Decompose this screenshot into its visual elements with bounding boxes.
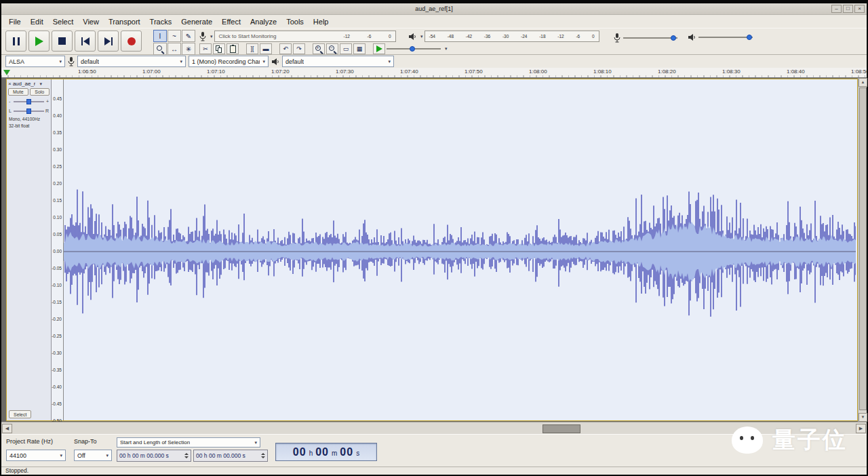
mute-button[interactable]: Mute [8, 88, 28, 96]
track-name[interactable]: aud_ae_r [13, 81, 36, 87]
minimize-icon[interactable]: – [831, 5, 842, 13]
menu-item-0[interactable]: File [4, 16, 26, 27]
play-speed-slider[interactable] [387, 45, 441, 53]
selection-tool-button[interactable]: I [153, 30, 167, 42]
slider-thumb[interactable] [747, 35, 752, 40]
project-rate-select[interactable]: 44100 [6, 450, 66, 461]
waveform[interactable] [64, 79, 856, 420]
audio-track[interactable]: × aud_ae_r Mute Solo - + L [6, 79, 858, 421]
zoom-project-button[interactable]: ▦ [353, 43, 366, 54]
play-scale-value-5: -24 [521, 34, 527, 39]
stop-button[interactable] [52, 31, 73, 52]
cut-button[interactable]: ✂ [199, 43, 212, 54]
play-at-speed-button[interactable] [373, 43, 385, 54]
snap-to-select[interactable]: Off [74, 450, 112, 461]
rec-scale-value-2: 0 [389, 34, 391, 39]
slider-thumb[interactable] [410, 46, 415, 52]
paste-icon [230, 45, 236, 53]
play-button[interactable] [28, 31, 50, 52]
ruler-value-7: 0.10 [53, 215, 62, 220]
recording-volume-slider[interactable] [614, 33, 677, 43]
paste-button[interactable] [226, 43, 239, 54]
dropdown-arrow-icon[interactable] [445, 46, 448, 52]
menu-item-6[interactable]: Generate [176, 16, 217, 27]
track-control-panel[interactable]: × aud_ae_r Mute Solo - + L [7, 79, 52, 420]
playback-volume-slider[interactable] [688, 33, 753, 41]
menu-item-10[interactable]: Help [309, 16, 334, 27]
solo-button[interactable]: Solo [30, 88, 50, 96]
dropdown-arrow-icon[interactable] [210, 34, 213, 39]
zoom-in-button[interactable]: + [313, 43, 325, 54]
scroll-up-arrow-icon[interactable]: ▲ [859, 78, 867, 87]
playback-device-select[interactable]: default [282, 56, 394, 67]
menu-item-4[interactable]: Transport [104, 16, 145, 27]
monitoring-text[interactable]: Click to Start Monitoring [219, 33, 277, 39]
skip-to-end-button[interactable] [98, 31, 119, 52]
zoom-selection-button[interactable]: ▭ [340, 43, 352, 54]
trim-audio-button[interactable]: ][ [246, 43, 258, 54]
slider-track[interactable] [623, 34, 677, 42]
menu-item-1[interactable]: Edit [26, 16, 48, 27]
menu-item-8[interactable]: Analyze [245, 16, 281, 27]
speaker-icon [271, 58, 279, 66]
selection-length-field[interactable]: 00 h 00 m 00.000 s [193, 450, 268, 462]
track-menu-arrow-icon[interactable] [39, 81, 42, 87]
horizontal-scrollbar-thumb[interactable] [542, 424, 580, 433]
audio-host-select[interactable]: ALSA [5, 56, 65, 67]
zoom-out-button[interactable]: − [326, 43, 338, 54]
slider-thumb[interactable] [671, 35, 676, 41]
timeline-label-10: 1:08:30 [722, 68, 741, 75]
envelope-tool-button[interactable]: ~ [167, 30, 181, 42]
vertical-scrollbar[interactable]: ▲ ▼ [858, 78, 867, 422]
scroll-left-arrow-icon[interactable]: ◀ [2, 424, 12, 433]
track-select-button[interactable]: Select [9, 410, 31, 418]
recording-channels-select[interactable]: 1 (Mono) Recording Channel [189, 56, 269, 67]
menu-item-7[interactable]: Effect [217, 16, 245, 27]
slider-track[interactable] [698, 33, 753, 41]
redo-button[interactable]: ↷ [293, 43, 305, 54]
draw-tool-button[interactable]: ✎ [182, 30, 195, 42]
gain-slider[interactable]: - + [9, 98, 49, 106]
pan-slider-thumb[interactable] [26, 108, 31, 114]
timeline-label-5: 1:07:40 [400, 68, 418, 75]
undo-button[interactable]: ↶ [279, 43, 292, 54]
playback-meter[interactable]: -54-48-42-36-30-24-18-12-60 [425, 31, 599, 42]
recording-meter-toolbar[interactable]: Click to Start Monitoring -12-60 [199, 31, 396, 42]
time-shift-tool-button[interactable]: ↔ [167, 43, 181, 55]
title-bar[interactable]: aud_ae_ref[1] – □ × [1, 3, 867, 15]
skip-to-start-button[interactable] [75, 31, 96, 52]
recording-meter[interactable]: Click to Start Monitoring -12-60 [214, 31, 396, 42]
selection-start-field[interactable]: 00 h 00 m 00.000 s [117, 450, 191, 462]
dropdown-arrow-icon[interactable] [420, 34, 423, 39]
spinner-icon[interactable] [261, 453, 265, 458]
pan-slider[interactable]: L R [9, 107, 49, 115]
gain-slider-thumb[interactable] [26, 99, 31, 104]
silence-audio-button[interactable]: ▬ [260, 43, 272, 54]
audio-position-display[interactable]: 00 h 00 m 00 s [275, 443, 377, 461]
maximize-icon[interactable]: □ [843, 5, 853, 13]
copy-button[interactable] [213, 43, 225, 54]
scroll-down-arrow-icon[interactable]: ▼ [859, 413, 867, 422]
record-button[interactable] [121, 31, 142, 52]
vertical-scrollbar-thumb[interactable] [859, 87, 867, 410]
menu-item-9[interactable]: Tools [281, 16, 309, 27]
close-icon[interactable]: × [854, 5, 865, 13]
playback-meter-toolbar[interactable]: -54-48-42-36-30-24-18-12-60 [408, 31, 599, 42]
pause-button[interactable] [5, 31, 26, 52]
zoom-tool-button[interactable] [153, 43, 167, 55]
spinner-icon[interactable] [184, 453, 189, 458]
playhead-pointer-icon[interactable] [3, 70, 10, 75]
time-shift-icon: ↔ [171, 45, 178, 53]
menu-item-3[interactable]: View [78, 16, 104, 27]
waveform-display[interactable] [64, 79, 857, 420]
menu-item-5[interactable]: Tracks [145, 16, 177, 27]
timeline-ruler[interactable]: 1:06:501:07:001:07:101:07:201:07:301:07:… [1, 68, 867, 78]
rec-scale-value-0: -12 [344, 34, 350, 39]
recording-device-select[interactable]: default [77, 56, 186, 67]
track-close-icon[interactable]: × [8, 81, 12, 87]
menu-item-2[interactable]: Select [48, 16, 79, 27]
selection-mode-select[interactable]: Start and Length of Selection [117, 437, 260, 448]
dropdown-arrow-icon [180, 59, 182, 64]
scroll-right-arrow-icon[interactable]: ▶ [856, 424, 866, 433]
multi-tool-button[interactable]: ✳ [182, 43, 195, 55]
